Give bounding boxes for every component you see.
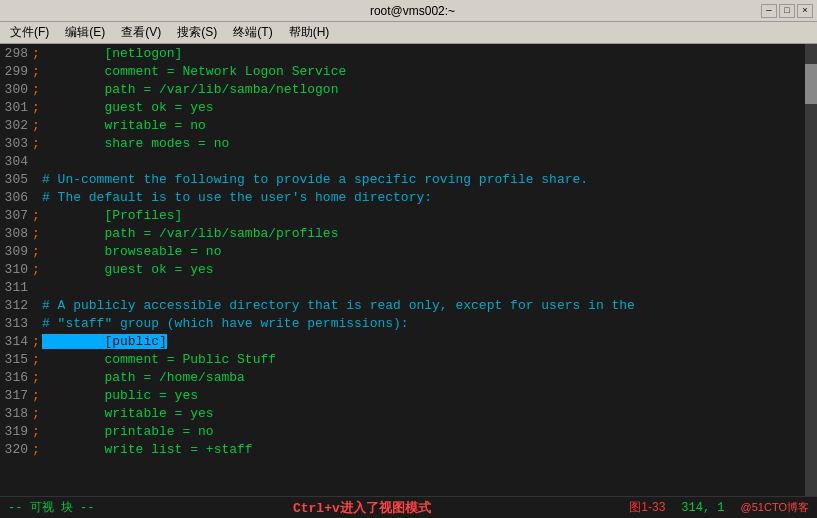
line-row: 306# The default is to use the user's ho… bbox=[0, 188, 817, 206]
line-container: 298; [netlogon]299; comment = Network Lo… bbox=[0, 44, 817, 458]
line-content: guest ok = yes bbox=[42, 262, 214, 277]
line-number: 318 bbox=[0, 406, 32, 421]
line-marker: ; bbox=[32, 118, 42, 133]
line-row: 320; write list = +staff bbox=[0, 440, 817, 458]
menu-item-f[interactable]: 文件(F) bbox=[4, 22, 55, 43]
menu-item-t[interactable]: 终端(T) bbox=[227, 22, 278, 43]
line-row: 303; share modes = no bbox=[0, 134, 817, 152]
menu-item-e[interactable]: 编辑(E) bbox=[59, 22, 111, 43]
line-content: [public] bbox=[42, 334, 167, 349]
line-row: 298; [netlogon] bbox=[0, 44, 817, 62]
line-content: path = /home/samba bbox=[42, 370, 245, 385]
line-marker: ; bbox=[32, 262, 42, 277]
line-content: writable = yes bbox=[42, 406, 214, 421]
line-row: 316; path = /home/samba bbox=[0, 368, 817, 386]
maximize-button[interactable]: □ bbox=[779, 4, 795, 18]
status-right: 图1-33 314, 1 @51CTO博客 bbox=[629, 499, 809, 516]
line-content: path = /var/lib/samba/netlogon bbox=[42, 82, 338, 97]
scrollbar[interactable] bbox=[805, 44, 817, 496]
line-number: 300 bbox=[0, 82, 32, 97]
watermark-label: @51CTO博客 bbox=[741, 500, 809, 515]
line-marker: ; bbox=[32, 424, 42, 439]
line-marker: ; bbox=[32, 46, 42, 61]
line-number: 302 bbox=[0, 118, 32, 133]
line-row: 314; [public] bbox=[0, 332, 817, 350]
line-marker: ; bbox=[32, 244, 42, 259]
line-row: 305# Un-comment the following to provide… bbox=[0, 170, 817, 188]
line-marker: ; bbox=[32, 100, 42, 115]
line-marker: ; bbox=[32, 208, 42, 223]
line-content: printable = no bbox=[42, 424, 214, 439]
line-content: share modes = no bbox=[42, 136, 229, 151]
line-content: writable = no bbox=[42, 118, 206, 133]
line-content: write list = +staff bbox=[42, 442, 253, 457]
line-content: comment = Network Logon Service bbox=[42, 64, 346, 79]
line-number: 298 bbox=[0, 46, 32, 61]
line-number: 315 bbox=[0, 352, 32, 367]
line-row: 299; comment = Network Logon Service bbox=[0, 62, 817, 80]
line-row: 313# "staff" group (which have write per… bbox=[0, 314, 817, 332]
line-marker: ; bbox=[32, 442, 42, 457]
line-number: 317 bbox=[0, 388, 32, 403]
line-number: 313 bbox=[0, 316, 32, 331]
title-bar: root@vms002:~ ─ □ × bbox=[0, 0, 817, 22]
line-number: 305 bbox=[0, 172, 32, 187]
line-row: 315; comment = Public Stuff bbox=[0, 350, 817, 368]
line-marker: ; bbox=[32, 136, 42, 151]
close-button[interactable]: × bbox=[797, 4, 813, 18]
line-row: 300; path = /var/lib/samba/netlogon bbox=[0, 80, 817, 98]
line-row: 304 bbox=[0, 152, 817, 170]
line-row: 312# A publicly accessible directory tha… bbox=[0, 296, 817, 314]
line-marker: ; bbox=[32, 352, 42, 367]
line-content: # Un-comment the following to provide a … bbox=[42, 172, 588, 187]
minimize-button[interactable]: ─ bbox=[761, 4, 777, 18]
line-number: 306 bbox=[0, 190, 32, 205]
line-number: 307 bbox=[0, 208, 32, 223]
menu-bar: 文件(F)编辑(E)查看(V)搜索(S)终端(T)帮助(H) bbox=[0, 22, 817, 44]
line-marker: ; bbox=[32, 388, 42, 403]
line-number: 309 bbox=[0, 244, 32, 259]
menu-item-v[interactable]: 查看(V) bbox=[115, 22, 167, 43]
line-marker: ; bbox=[32, 82, 42, 97]
window-controls: ─ □ × bbox=[761, 4, 813, 18]
line-number: 310 bbox=[0, 262, 32, 277]
line-row: 309; browseable = no bbox=[0, 242, 817, 260]
line-row: 310; guest ok = yes bbox=[0, 260, 817, 278]
scrollbar-thumb[interactable] bbox=[805, 64, 817, 104]
menu-item-h[interactable]: 帮助(H) bbox=[283, 22, 336, 43]
line-number: 304 bbox=[0, 154, 32, 169]
line-content: # "staff" group (which have write permis… bbox=[42, 316, 409, 331]
figure-label: 图1-33 bbox=[629, 499, 665, 516]
line-content: browseable = no bbox=[42, 244, 221, 259]
line-number: 319 bbox=[0, 424, 32, 439]
line-marker: ; bbox=[32, 370, 42, 385]
line-number: 320 bbox=[0, 442, 32, 457]
line-number: 316 bbox=[0, 370, 32, 385]
line-number: 314 bbox=[0, 334, 32, 349]
status-bar: -- 可视 块 -- Ctrl+v进入了视图模式 图1-33 314, 1 @5… bbox=[0, 496, 817, 518]
line-content: public = yes bbox=[42, 388, 198, 403]
status-mode: -- 可视 块 -- bbox=[8, 499, 94, 516]
line-marker: ; bbox=[32, 226, 42, 241]
cursor-position: 314, 1 bbox=[681, 501, 724, 515]
line-content: # The default is to use the user's home … bbox=[42, 190, 432, 205]
line-content: comment = Public Stuff bbox=[42, 352, 276, 367]
line-row: 319; printable = no bbox=[0, 422, 817, 440]
line-content: path = /var/lib/samba/profiles bbox=[42, 226, 338, 241]
line-row: 302; writable = no bbox=[0, 116, 817, 134]
line-content: [netlogon] bbox=[42, 46, 182, 61]
line-number: 308 bbox=[0, 226, 32, 241]
window-title: root@vms002:~ bbox=[64, 4, 761, 18]
line-row: 318; writable = yes bbox=[0, 404, 817, 422]
line-row: 301; guest ok = yes bbox=[0, 98, 817, 116]
line-number: 303 bbox=[0, 136, 32, 151]
menu-item-s[interactable]: 搜索(S) bbox=[171, 22, 223, 43]
line-marker: ; bbox=[32, 334, 42, 349]
line-content: guest ok = yes bbox=[42, 100, 214, 115]
line-row: 308; path = /var/lib/samba/profiles bbox=[0, 224, 817, 242]
line-number: 312 bbox=[0, 298, 32, 313]
line-row: 311 bbox=[0, 278, 817, 296]
line-content: # A publicly accessible directory that i… bbox=[42, 298, 635, 313]
line-marker: ; bbox=[32, 64, 42, 79]
line-number: 301 bbox=[0, 100, 32, 115]
